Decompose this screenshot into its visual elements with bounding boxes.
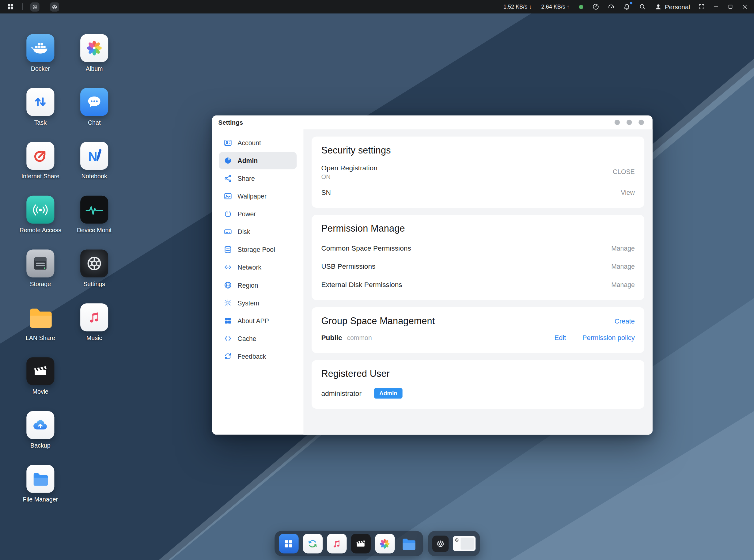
- sidebar-item-share[interactable]: Share: [219, 170, 297, 187]
- desktop-icon-notebook[interactable]: Notebook: [69, 142, 119, 180]
- sidebar-item-storage-pool[interactable]: Storage Pool: [219, 241, 297, 258]
- edit-space-button[interactable]: Edit: [555, 334, 566, 341]
- sn-row: SN View: [321, 183, 635, 202]
- desktop-icon-chat[interactable]: Chat: [69, 88, 119, 126]
- security-settings-title: Security settings: [321, 145, 635, 156]
- sidebar-item-wallpaper[interactable]: Wallpaper: [219, 187, 297, 205]
- close-button[interactable]: [738, 0, 752, 14]
- dock-main: [274, 531, 423, 556]
- dock-music[interactable]: [326, 534, 346, 553]
- desktop-icon-album[interactable]: Album: [69, 34, 119, 72]
- desktop-icon-internet-share[interactable]: Internet Share: [15, 142, 65, 180]
- dock-settings-window-preview[interactable]: [453, 536, 476, 551]
- monitor-gauge-icon[interactable]: [588, 0, 603, 14]
- blue-cloud-icon: [26, 411, 54, 439]
- sidebar-item-feedback[interactable]: Feedback: [219, 348, 297, 365]
- dock-running-settings[interactable]: [432, 536, 448, 552]
- topbar-status-area: 1.52 KB/s ↓ 2.64 KB/s ↑ Personal: [498, 0, 752, 14]
- sn-view-button[interactable]: View: [621, 189, 635, 196]
- user-menu-button[interactable]: Personal: [651, 0, 695, 14]
- permission-policy-button[interactable]: Permission policy: [582, 334, 635, 341]
- dashboard-gauge-icon[interactable]: [603, 0, 619, 14]
- sidebar-item-disk[interactable]: Disk: [219, 223, 297, 240]
- desktop-icon-label: LAN Share: [26, 335, 55, 341]
- broadcast-waves-icon: [26, 196, 54, 224]
- pinned-app-2-icon: [50, 2, 59, 11]
- sidebar-item-label: Power: [237, 211, 256, 218]
- open-registration-close-button[interactable]: CLOSE: [613, 168, 635, 176]
- blue-folder-icon: [400, 536, 417, 552]
- photos-flower-icon: [80, 34, 108, 62]
- code-brackets-icon: [224, 334, 232, 343]
- desktop-icon-remote-access[interactable]: Remote Access: [15, 196, 65, 234]
- window-maximize-button[interactable]: [627, 120, 632, 125]
- registered-user-card: Registered User administrator Admin: [312, 360, 644, 409]
- desktop-icon-label: Music: [86, 335, 102, 341]
- search-button[interactable]: [635, 0, 650, 14]
- sidebar-item-label: Network: [237, 264, 261, 271]
- desktop-icon-label: Notebook: [81, 173, 107, 180]
- music-note-icon: [80, 303, 108, 331]
- admin-badge: Admin: [374, 388, 402, 399]
- globe-icon: [224, 281, 232, 289]
- window-title: Settings: [218, 119, 243, 126]
- sidebar-item-admin[interactable]: Admin: [219, 152, 297, 169]
- sidebar-item-region[interactable]: Region: [219, 276, 297, 294]
- dock-app-launcher[interactable]: [279, 534, 298, 553]
- external-disk-permissions-label: External Disk Permissions: [321, 281, 402, 288]
- notebook-n-pen-icon: [80, 142, 108, 170]
- desktop-icon-backup[interactable]: Backup: [15, 411, 65, 449]
- desktop-icon-file-manager[interactable]: File Manager: [15, 465, 65, 503]
- desktop-icon-settings[interactable]: Settings: [69, 250, 119, 288]
- dock-file-manager[interactable]: [399, 534, 418, 553]
- pinned-app-1-button[interactable]: [26, 0, 43, 14]
- dock-recycle-bin[interactable]: [303, 534, 322, 553]
- sidebar-item-about-app[interactable]: About APP: [219, 312, 297, 329]
- desktop-icon-storage[interactable]: Storage: [15, 250, 65, 288]
- sidebar-item-label: Feedback: [237, 353, 266, 360]
- desktop-icon-movie[interactable]: Movie: [15, 357, 65, 395]
- user-label: Personal: [665, 3, 690, 11]
- common-space-permissions-manage-button[interactable]: Manage: [611, 244, 635, 252]
- user-avatar-icon: [655, 3, 662, 11]
- desktop-icon-music[interactable]: Music: [69, 303, 119, 341]
- transfer-arrows-icon: [26, 88, 54, 116]
- desktop-icon-lan-share[interactable]: LAN Share: [15, 303, 65, 341]
- sidebar-item-label: Region: [237, 282, 258, 289]
- sidebar-item-network[interactable]: Network: [219, 259, 297, 276]
- window-close-button[interactable]: [638, 120, 644, 125]
- create-group-space-button[interactable]: Create: [615, 317, 635, 325]
- sidebar-item-system[interactable]: System: [219, 294, 297, 312]
- topbar-separator: [22, 3, 23, 10]
- sidebar-item-label: Disk: [237, 228, 250, 236]
- desktop-icon-device-monit[interactable]: Device Monit: [69, 196, 119, 234]
- sidebar-item-account[interactable]: Account: [219, 134, 297, 152]
- desktop-icon-label: Storage: [30, 281, 51, 288]
- external-disk-permissions-manage-button[interactable]: Manage: [611, 281, 635, 288]
- pinned-app-2-button[interactable]: [46, 0, 63, 14]
- minimize-button[interactable]: [709, 0, 723, 14]
- group-space-management-card: Group Space Management Create Public com…: [312, 307, 644, 353]
- registered-user-row: administrator Admin: [321, 384, 635, 402]
- ecg-line-icon: [80, 196, 108, 224]
- dock-movie[interactable]: [351, 534, 371, 553]
- start-menu-button[interactable]: [3, 0, 18, 14]
- maximize-button[interactable]: [723, 0, 738, 14]
- usb-permissions-manage-button[interactable]: Manage: [611, 263, 635, 270]
- sidebar-item-power[interactable]: Power: [219, 205, 297, 223]
- desktop-icon-task[interactable]: Task: [15, 88, 65, 126]
- dock-album[interactable]: [375, 534, 394, 553]
- fullscreen-button[interactable]: [694, 0, 709, 14]
- desktop-icon-label: Internet Share: [21, 173, 59, 180]
- notifications-button[interactable]: [619, 0, 635, 14]
- common-space-permissions-label: Common Space Permissions: [321, 244, 411, 252]
- registered-user-name: administrator: [321, 389, 361, 397]
- window-minimize-button[interactable]: [615, 120, 620, 125]
- sidebar-item-cache[interactable]: Cache: [219, 330, 297, 347]
- public-space-labels: Public common: [321, 334, 372, 341]
- desktop-icon-docker[interactable]: Docker: [15, 34, 65, 72]
- public-space-row: Public common Edit Permission policy: [321, 328, 635, 347]
- recycle-icon: [306, 537, 319, 550]
- image-icon: [224, 192, 232, 200]
- external-disk-permissions-row: External Disk Permissions Manage: [321, 275, 635, 294]
